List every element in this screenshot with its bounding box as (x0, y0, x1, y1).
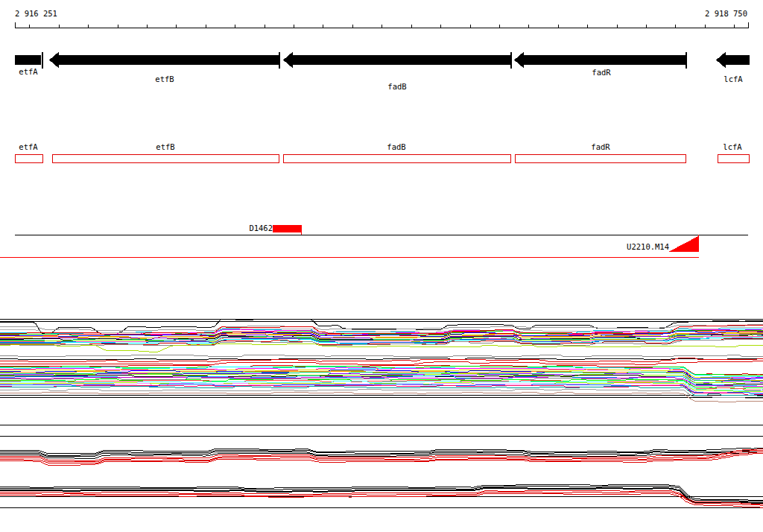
profile-curve-line (0, 355, 763, 357)
gene-arrow-label-fadR: fadR (592, 69, 610, 77)
ruler-end-label: 2 918 750 (705, 10, 747, 18)
gene-box-label-fadR: fadR (591, 143, 610, 151)
gene-box-etfA[interactable] (16, 155, 43, 163)
genome-plot-canvas (0, 0, 763, 532)
gene-box-lcfA[interactable] (718, 155, 750, 163)
gene-box-label-etfB: etfB (156, 143, 174, 151)
gene-box-fadR[interactable] (516, 155, 686, 163)
gene-arrow-fadR[interactable] (523, 55, 686, 65)
profile-curve-line (0, 325, 763, 331)
marker-d1462-bar[interactable] (273, 225, 302, 232)
gene-arrow-head-fadB[interactable] (283, 52, 293, 69)
gene-arrow-etfA[interactable] (15, 55, 41, 65)
profile-bundle-line (0, 387, 763, 396)
gene-box-label-fadB: fadB (387, 143, 405, 151)
gene-arrow-fadB[interactable] (292, 55, 510, 65)
gene-arrow-endbar-fadR (686, 52, 687, 69)
gene-arrow-head-etfB[interactable] (49, 52, 59, 69)
gene-arrow-endbar-fadB (510, 52, 512, 69)
profile-curve-line (0, 393, 763, 402)
gene-box-etfB[interactable] (53, 155, 279, 163)
ruler-start-label: 2 916 251 (15, 10, 57, 18)
gene-arrow-lcfA[interactable] (725, 55, 750, 65)
gene-arrow-label-fadB: fadB (387, 83, 406, 91)
profile-curve-line (0, 490, 763, 504)
gene-arrow-endbar-etfA (42, 52, 43, 69)
gene-arrow-label-etfA: etfA (19, 68, 37, 76)
gene-box-label-lcfA: lcfA (723, 143, 741, 151)
marker-u2210-label: U2210.M14 (627, 243, 669, 251)
gene-arrow-label-lcfA: lcfA (724, 75, 742, 83)
gene-arrow-label-etfB: etfB (155, 75, 174, 83)
profile-curve-line (0, 493, 763, 507)
gene-arrow-head-fadR[interactable] (514, 52, 524, 69)
gene-arrow-head-lcfA[interactable] (716, 52, 726, 69)
genome-browser-view: 2 916 251 2 918 750 D1462 U2210.M14 etfA… (0, 0, 763, 532)
profile-curve-line (0, 358, 763, 360)
gene-box-fadB[interactable] (284, 155, 511, 163)
gene-box-label-etfA: etfA (19, 143, 37, 151)
gene-arrow-etfB[interactable] (58, 55, 279, 65)
marker-u2210-triangle[interactable] (669, 236, 699, 252)
marker-d1462-label: D1462 (249, 224, 273, 232)
gene-arrow-endbar-etfB (279, 52, 280, 69)
